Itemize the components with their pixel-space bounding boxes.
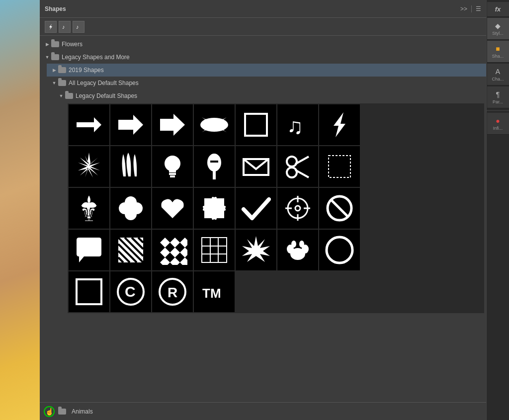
panel-header-icons: >> ☰ (460, 5, 481, 12)
folder-animals (58, 408, 67, 415)
photo-area (0, 0, 40, 420)
char-button[interactable]: A Cha... (487, 64, 509, 85)
svg-text:C: C (125, 283, 136, 300)
shape-bow-tie[interactable] (194, 104, 235, 145)
panel-header: Shapes >> ☰ (40, 0, 486, 18)
svg-point-11 (165, 156, 180, 171)
shape-square-solid[interactable] (69, 271, 109, 312)
shapes-panel: Shapes >> ☰ ♪ ♪ ▶ Flowers ▼ (40, 0, 486, 420)
tree-item-legacy[interactable]: ▼ Legacy Shapes and More (40, 51, 486, 64)
shape-starburst[interactable] (69, 146, 109, 187)
tree-item-flowers[interactable]: ▶ Flowers (40, 38, 486, 51)
shape-thin-arrow[interactable] (69, 104, 109, 145)
shape-speech-bubble[interactable] (69, 230, 109, 270)
shapes-button[interactable]: ■ Sha... (487, 41, 509, 63)
toolbar: ♪ ♪ (40, 18, 486, 36)
svg-rect-23 (329, 156, 350, 177)
svg-marker-5 (160, 114, 185, 136)
shape-scissors[interactable] (277, 146, 318, 187)
folder-all-legacy (58, 80, 67, 86)
inf-button[interactable]: ● Infi... (487, 113, 509, 135)
para-label: Par... (493, 99, 503, 104)
arrow-legacy-default: ▼ (58, 92, 65, 99)
shape-paw-print[interactable] (277, 230, 318, 270)
tree-item-2019[interactable]: ▶ 2019 Shapes (47, 64, 486, 77)
tree-item-all-legacy[interactable]: ▼ All Legacy Default Shapes (47, 77, 486, 89)
shape-pushpin[interactable] (194, 146, 235, 187)
svg-marker-53 (180, 257, 187, 265)
svg-marker-51 (160, 257, 170, 265)
svg-marker-45 (160, 238, 170, 248)
tool-btn-music1[interactable]: ♪ (59, 21, 71, 33)
shape-fleur-de-lis[interactable]: ⚜ (69, 188, 109, 229)
shape-explosion[interactable] (236, 230, 276, 270)
svg-marker-46 (170, 238, 180, 248)
svg-point-64 (299, 241, 304, 248)
shape-four-leaf[interactable] (110, 188, 151, 229)
tool-btn-lightning[interactable] (45, 21, 57, 33)
svg-text:TM: TM (202, 286, 221, 301)
hand-icon: ☝ (45, 408, 54, 416)
shape-heart[interactable] (152, 188, 193, 229)
shape-envelope[interactable] (236, 146, 276, 187)
shape-copyright[interactable]: C (110, 271, 151, 312)
svg-marker-10 (78, 153, 100, 180)
header-divider (471, 5, 472, 12)
svg-point-19 (287, 157, 297, 167)
shape-circle[interactable] (319, 230, 360, 270)
arrow-2019: ▶ (51, 67, 58, 74)
svg-text:R: R (168, 285, 177, 300)
inf-icon: ● (496, 117, 500, 125)
styles-button[interactable]: ◆ Styl... (487, 18, 509, 40)
panel-menu-icon[interactable]: ☰ (476, 5, 481, 12)
shape-diamonds[interactable] (152, 230, 193, 270)
svg-rect-13 (169, 173, 176, 175)
panel-expand-icon[interactable]: >> (460, 5, 467, 12)
shape-trademark[interactable]: TM (194, 271, 235, 312)
svg-point-63 (291, 241, 296, 248)
shape-crosshair[interactable] (277, 188, 318, 229)
shape-checkmark[interactable] (236, 188, 276, 229)
shape-no-sign[interactable] (319, 188, 360, 229)
svg-marker-47 (160, 248, 170, 257)
svg-rect-66 (77, 279, 101, 304)
svg-marker-49 (180, 238, 187, 248)
shape-solid-arrow[interactable] (152, 104, 193, 145)
shape-puzzle[interactable] (194, 188, 235, 229)
folder-legacy-default (65, 92, 74, 99)
svg-marker-9 (334, 112, 345, 137)
svg-rect-14 (170, 175, 175, 177)
shape-stamp[interactable] (319, 146, 360, 187)
shape-lightbulb[interactable] (152, 146, 193, 187)
fx-button[interactable]: fx (487, 2, 509, 17)
bottom-bar: ☝ Animals (40, 402, 486, 420)
shape-music-note[interactable]: ♫ (277, 104, 318, 145)
svg-rect-12 (169, 170, 176, 172)
char-label: Cha... (492, 77, 504, 82)
label-legacy-default: Legacy Default Shapes (76, 92, 137, 99)
svg-text:⚜: ⚜ (80, 201, 97, 222)
right-sidebar: fx ◆ Styl... ■ Sha... A Cha... ¶ Par... … (486, 0, 509, 420)
shape-bold-arrow[interactable] (110, 104, 151, 145)
arrow-legacy: ▼ (44, 54, 51, 61)
shape-registered[interactable]: R (152, 271, 193, 312)
label-all-legacy: All Legacy Default Shapes (69, 80, 139, 86)
tool-btn-music2[interactable]: ♪ (73, 21, 85, 33)
svg-marker-4 (118, 115, 143, 135)
shape-grid[interactable] (194, 230, 235, 270)
label-flowers: Flowers (62, 41, 83, 48)
char-icon: A (496, 68, 500, 76)
tree-item-legacy-default[interactable]: ▼ Legacy Default Shapes (54, 89, 486, 102)
tree-panel: ▶ Flowers ▼ Legacy Shapes and More ▶ 201… (40, 36, 486, 402)
label-2019: 2019 Shapes (69, 67, 104, 74)
shape-lightning[interactable] (319, 104, 360, 145)
shapes-label: Sha... (492, 54, 504, 59)
svg-point-65 (327, 237, 352, 263)
shape-grass[interactable] (110, 146, 151, 187)
styles-label: Styl... (492, 31, 504, 36)
shape-diagonal-lines[interactable] (110, 230, 151, 270)
para-button[interactable]: ¶ Par... (487, 86, 509, 108)
shape-square-outline[interactable] (236, 104, 276, 145)
svg-marker-48 (170, 248, 180, 257)
svg-point-20 (287, 168, 297, 177)
